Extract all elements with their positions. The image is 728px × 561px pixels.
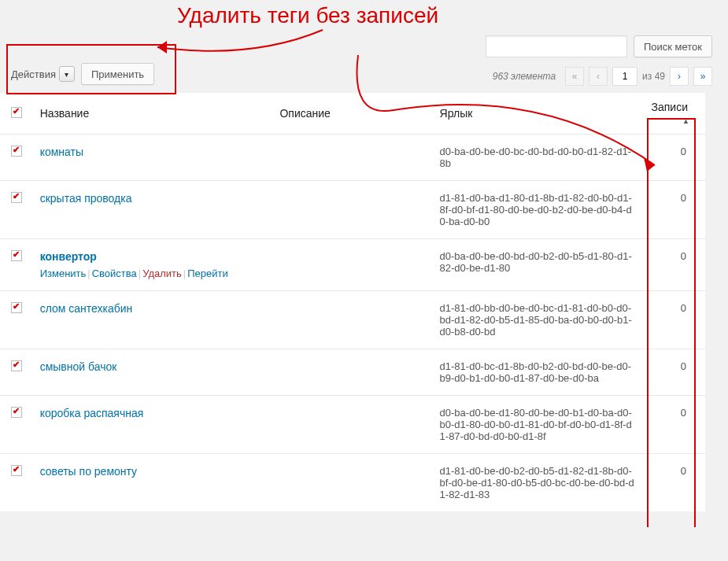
row-description xyxy=(273,349,433,396)
svg-marker-0 xyxy=(157,41,167,54)
table-row: советы по ремонтуd1-81-d0-be-d0-b2-d0-b5… xyxy=(0,454,705,512)
row-title-link[interactable]: смывной бачок xyxy=(40,360,117,373)
row-slug: d1-81-d0-be-d0-b2-d0-b5-d1-82-d1-8b-d0-b… xyxy=(434,454,641,512)
column-header-slug[interactable]: Ярлык xyxy=(434,93,641,135)
column-header-description[interactable]: Описание xyxy=(273,93,433,135)
row-checkbox[interactable] xyxy=(11,360,22,371)
table-row: конверторИзменить|Свойства|Удалить|Перей… xyxy=(0,239,705,291)
row-slug: d0-ba-d0-be-d0-bc-d0-bd-d0-b0-d1-82-d1-8… xyxy=(434,135,641,181)
table-row: смывной бачокd1-81-d0-bc-d1-8b-d0-b2-d0-… xyxy=(0,349,705,396)
select-all-checkbox[interactable] xyxy=(11,107,22,118)
row-checkbox[interactable] xyxy=(11,465,22,476)
table-row: комнатыd0-ba-d0-be-d0-bc-d0-bd-d0-b0-d1-… xyxy=(0,135,705,181)
row-checkbox[interactable] xyxy=(11,146,22,157)
bulk-actions-dropdown[interactable]: ▾ xyxy=(59,66,75,82)
row-count-link[interactable]: 0 xyxy=(681,360,686,372)
row-description xyxy=(273,291,433,349)
first-page-button[interactable]: « xyxy=(565,67,584,86)
row-slug: d1-81-d0-ba-d1-80-d1-8b-d1-82-d0-b0-d1-8… xyxy=(434,181,641,239)
row-title-link[interactable]: конвертор xyxy=(40,250,97,263)
column-header-count[interactable]: Записи ▲ xyxy=(641,93,705,135)
bulk-actions-label: Действия xyxy=(11,68,59,80)
row-title-link[interactable]: комнаты xyxy=(40,146,83,158)
row-slug: d0-ba-d0-be-d1-80-d0-be-d0-b1-d0-ba-d0-b… xyxy=(434,396,641,454)
row-action-delete[interactable]: Удалить xyxy=(142,268,182,279)
apply-button[interactable]: Применить xyxy=(81,63,154,85)
row-count-link[interactable]: 0 xyxy=(681,192,686,204)
row-actions: Изменить|Свойства|Удалить|Перейти xyxy=(40,268,268,279)
table-row: слом сантехкабинd1-81-d0-bb-d0-be-d0-bc-… xyxy=(0,291,705,349)
row-count-link[interactable]: 0 xyxy=(681,146,686,157)
column-header-name[interactable]: Название xyxy=(34,93,274,135)
row-action-edit[interactable]: Изменить xyxy=(40,268,87,279)
row-count-link[interactable]: 0 xyxy=(681,250,686,262)
search-input[interactable] xyxy=(486,35,627,57)
row-count-link[interactable]: 0 xyxy=(681,465,686,477)
row-title-link[interactable]: советы по ремонту xyxy=(40,465,137,478)
row-title-link[interactable]: слом сантехкабин xyxy=(40,302,133,315)
chevron-down-icon: ▾ xyxy=(65,70,68,79)
row-checkbox[interactable] xyxy=(11,250,22,261)
row-checkbox[interactable] xyxy=(11,407,22,418)
items-count: 963 элемента xyxy=(493,71,556,82)
row-title-link[interactable]: коробка распаячная xyxy=(40,407,144,419)
next-page-button[interactable]: › xyxy=(670,67,689,86)
table-row: коробка распаячнаяd0-ba-d0-be-d1-80-d0-b… xyxy=(0,396,705,454)
pagination: 963 элемента « ‹ из 49 › » xyxy=(493,67,712,86)
row-slug: d1-81-d0-bc-d1-8b-d0-b2-d0-bd-d0-be-d0-b… xyxy=(434,349,641,396)
row-description xyxy=(273,454,433,512)
row-count-link[interactable]: 0 xyxy=(681,302,686,314)
last-page-button[interactable]: » xyxy=(693,67,712,86)
annotation-title: Удалить теги без записей xyxy=(177,3,438,28)
row-action-properties[interactable]: Свойства xyxy=(92,268,137,279)
current-page-input[interactable] xyxy=(612,67,637,86)
row-action-view[interactable]: Перейти xyxy=(187,268,228,279)
row-checkbox[interactable] xyxy=(11,302,22,313)
row-checkbox[interactable] xyxy=(11,192,22,203)
row-description xyxy=(273,239,433,291)
tags-table: Название Описание Ярлык Записи ▲ комнаты… xyxy=(0,93,705,511)
row-description xyxy=(273,396,433,454)
sort-asc-icon: ▲ xyxy=(682,117,689,125)
row-slug: d0-ba-d0-be-d0-bd-d0-b2-d0-b5-d1-80-d1-8… xyxy=(434,239,641,291)
page-of-text: из 49 xyxy=(642,71,665,82)
row-description xyxy=(273,181,433,239)
prev-page-button[interactable]: ‹ xyxy=(589,67,608,86)
row-slug: d1-81-d0-bb-d0-be-d0-bc-d1-81-d0-b0-d0-b… xyxy=(434,291,641,349)
search-button[interactable]: Поиск меток xyxy=(634,35,712,57)
row-title-link[interactable]: скрытая проводка xyxy=(40,192,132,205)
row-count-link[interactable]: 0 xyxy=(681,407,686,419)
row-description xyxy=(273,135,433,181)
table-row: скрытая проводкаd1-81-d0-ba-d1-80-d1-8b-… xyxy=(0,181,705,239)
